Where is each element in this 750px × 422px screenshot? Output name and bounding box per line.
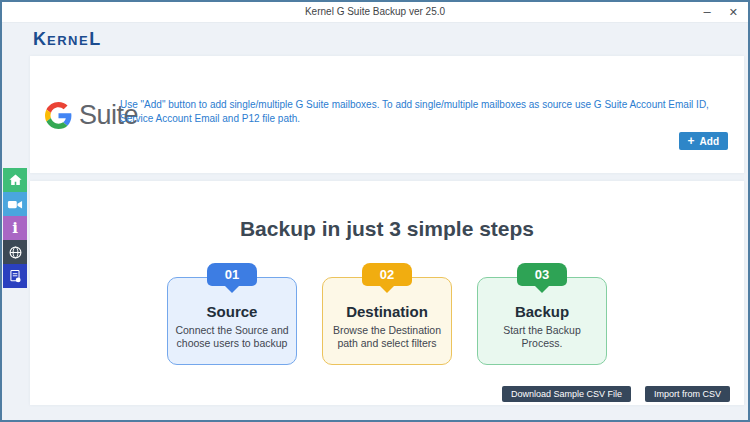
info-icon: i	[12, 221, 18, 236]
step-title: Destination	[323, 303, 451, 320]
step-description: Connect the Source and choose users to b…	[172, 324, 292, 350]
add-button-label: Add	[700, 136, 719, 147]
step-title: Backup	[478, 303, 606, 320]
close-icon[interactable]: ✕	[729, 6, 738, 19]
step-card-source: 01 Source Connect the Source and choose …	[167, 277, 297, 365]
step-description: Start the Backup Process.	[482, 324, 602, 350]
step-number-badge: 03	[517, 263, 567, 286]
sidebar-item-info[interactable]: i	[3, 216, 27, 240]
kernel-logo-erne: ERNE	[47, 33, 89, 48]
step-number: 03	[535, 267, 549, 282]
title-bar: Kernel G Suite Backup ver 25.0 – ✕	[2, 2, 748, 23]
badge-notch	[534, 285, 550, 301]
window-title: Kernel G Suite Backup ver 25.0	[2, 2, 748, 22]
add-button[interactable]: + Add	[679, 132, 728, 150]
sidebar: i	[3, 168, 27, 288]
minimize-icon[interactable]: –	[704, 7, 711, 17]
kernel-logo: KERNEL	[33, 29, 101, 50]
steps-heading: Backup in just 3 simple steps	[30, 181, 744, 241]
instruction-text: Use "Add" button to add single/multiple …	[120, 98, 726, 126]
step-title: Source	[168, 303, 296, 320]
sidebar-item-home[interactable]	[3, 168, 27, 192]
download-sample-csv-button[interactable]: Download Sample CSV File	[502, 386, 631, 402]
step-number: 01	[225, 267, 239, 282]
kernel-logo-l: L	[89, 29, 101, 49]
badge-notch	[224, 285, 240, 301]
sidebar-item-video[interactable]	[3, 192, 27, 216]
step-card-destination: 02 Destination Browse the Destination pa…	[322, 277, 452, 365]
video-camera-icon	[6, 196, 24, 213]
step-number-badge: 02	[362, 263, 412, 286]
step-number: 02	[380, 267, 394, 282]
kernel-logo-k: K	[33, 29, 47, 49]
google-g-icon	[45, 102, 72, 129]
step-number-badge: 01	[207, 263, 257, 286]
steps-row: 01 Source Connect the Source and choose …	[30, 277, 744, 365]
step-card-backup: 03 Backup Start the Backup Process.	[477, 277, 607, 365]
license-report-icon	[7, 268, 24, 285]
badge-notch	[379, 285, 395, 301]
globe-icon	[7, 244, 24, 261]
sidebar-item-website[interactable]	[3, 240, 27, 264]
home-icon	[7, 172, 24, 189]
step-description: Browse the Destination path and select f…	[327, 324, 447, 350]
window-controls: – ✕	[704, 2, 738, 22]
source-header-panel: Suite Use "Add" button to add single/mul…	[30, 56, 744, 173]
sidebar-item-license[interactable]	[3, 264, 27, 288]
app-window: Kernel G Suite Backup ver 25.0 – ✕ KERNE…	[0, 0, 750, 422]
steps-panel: Backup in just 3 simple steps 01 Source …	[30, 181, 744, 405]
plus-icon: +	[688, 136, 695, 146]
csv-button-row: Download Sample CSV File Import from CSV	[502, 386, 730, 402]
import-from-csv-button[interactable]: Import from CSV	[645, 386, 730, 402]
